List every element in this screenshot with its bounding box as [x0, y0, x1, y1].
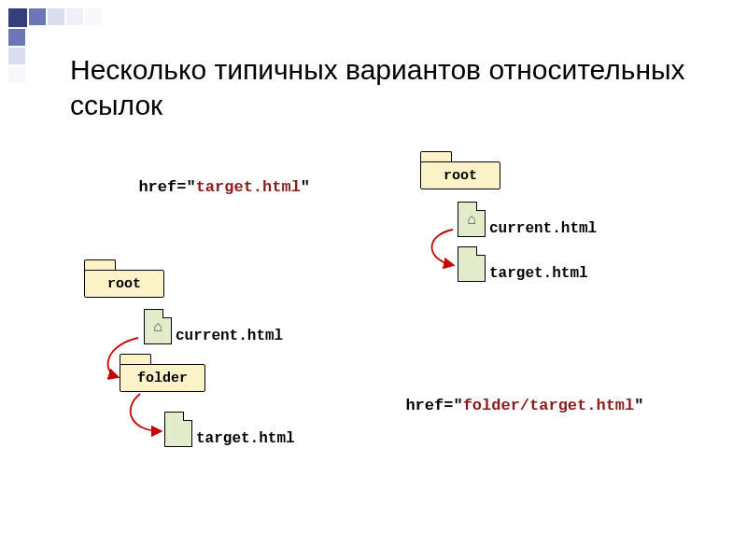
file-current2-icon: ⌂ [144, 309, 172, 344]
home-icon: ⌂ [153, 318, 162, 335]
slide-title: Несколько типичных вариантов относительн… [70, 52, 719, 122]
code-kw: " [634, 397, 643, 414]
code-kw: " [301, 178, 310, 196]
folder-root2-icon: root [84, 259, 164, 301]
folder-root-icon: root [420, 151, 500, 192]
code-kw: href=" [138, 178, 195, 196]
example2-href-code: href="folder/target.html" [387, 379, 643, 414]
home-icon: ⌂ [467, 211, 476, 228]
file-current2-label: current.html [176, 328, 283, 344]
file-current-icon: ⌂ [458, 202, 486, 237]
file-target2-label: target.html [196, 430, 295, 447]
code-str: folder/target.html [463, 397, 635, 414]
folder-sub-icon: folder [120, 354, 205, 395]
file-target2-icon [164, 412, 192, 447]
folder-sub-label: folder [120, 364, 205, 392]
code-str: target.html [196, 178, 301, 196]
example1-href-code: href="target.html" [120, 161, 310, 196]
file-target-icon [458, 246, 486, 282]
file-target-label: target.html [489, 265, 588, 282]
file-current-label: current.html [489, 220, 597, 237]
folder-root-label: root [420, 161, 500, 189]
code-kw: href=" [405, 397, 462, 414]
folder-root2-label: root [84, 270, 164, 298]
